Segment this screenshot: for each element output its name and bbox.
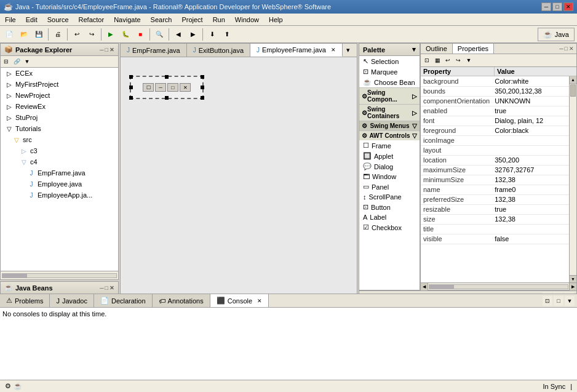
back-button[interactable]: ◀: [172, 28, 185, 41]
minimize-button[interactable]: ─: [541, 2, 551, 11]
prop-btn1[interactable]: ⊡: [422, 55, 432, 65]
jb-maximize-icon[interactable]: □: [105, 285, 108, 291]
prop-maximize-icon[interactable]: □: [565, 46, 568, 52]
pe-scrollbar-h[interactable]: [2, 273, 117, 278]
palette-section-awt[interactable]: ⚙ AWT Controls ▽: [359, 130, 420, 140]
print-button[interactable]: 🖨: [51, 28, 65, 41]
package-tree[interactable]: ▷ ECEx ▷ MyFirstProject ▷ NewProject ▷ R…: [1, 68, 118, 271]
console-btn3[interactable]: ▼: [565, 296, 575, 306]
tree-item-tutorials[interactable]: ▽ Tutorials: [1, 123, 118, 134]
prop-btn2[interactable]: ▦: [432, 55, 442, 65]
redo-button[interactable]: ↪: [85, 28, 98, 41]
menu-navigate[interactable]: Navigate: [109, 15, 145, 25]
tab-empframe[interactable]: J EmpFrame.java: [121, 44, 187, 57]
tab-console[interactable]: ⬛ Console ✕: [210, 294, 269, 307]
close-button[interactable]: ✕: [563, 2, 573, 11]
table-row[interactable]: foreground Color:black: [421, 126, 569, 135]
menu-search[interactable]: Search: [146, 15, 177, 25]
table-row[interactable]: layout: [421, 145, 569, 155]
tab-declaration[interactable]: 📄 Declaration: [94, 294, 153, 307]
tab-annotations[interactable]: 🏷 Annotations: [153, 294, 210, 307]
table-row[interactable]: iconImage: [421, 135, 569, 145]
table-row[interactable]: componentOrientation UNKNOWN: [421, 96, 569, 106]
tree-item-ecex[interactable]: ▷ ECEx: [1, 68, 118, 79]
tree-item-newproject[interactable]: ▷ NewProject: [1, 90, 118, 101]
props-scrollbar-h[interactable]: ◀ ▶: [421, 282, 576, 290]
menu-help[interactable]: Help: [264, 15, 288, 25]
handle-tl[interactable]: [129, 75, 133, 79]
prev-annot-button[interactable]: ⬆: [220, 28, 234, 41]
debug-button[interactable]: 🐛: [119, 28, 132, 41]
table-row[interactable]: bounds 350,200,132,38: [421, 86, 569, 96]
tab-employeeframe[interactable]: J EmployeeFrame.java ✕: [250, 44, 343, 57]
handle-bm[interactable]: [165, 96, 169, 100]
palette-checkbox[interactable]: ☑ Checkbox: [359, 222, 420, 233]
tab-outline[interactable]: Outline: [421, 44, 453, 54]
table-row[interactable]: maximumSize 32767,32767: [421, 165, 569, 175]
menu-run[interactable]: Run: [208, 15, 230, 25]
scroll-right-icon[interactable]: ▶: [569, 283, 576, 290]
menu-refactor[interactable]: Refactor: [74, 15, 109, 25]
table-row[interactable]: size 132,38: [421, 214, 569, 224]
tree-item-src[interactable]: ▽ src: [1, 134, 118, 145]
table-row[interactable]: title: [421, 224, 569, 234]
menu-project[interactable]: Project: [177, 15, 207, 25]
console-close-icon[interactable]: ✕: [257, 298, 262, 304]
handle-br[interactable]: [201, 96, 204, 100]
palette-section-swing-containers[interactable]: ⚙ Swing Containers ▷: [359, 104, 420, 121]
scroll-down-icon[interactable]: ▼: [570, 275, 576, 282]
table-row[interactable]: enabled true: [421, 106, 569, 116]
palette-button[interactable]: ⊡ Button: [359, 202, 420, 212]
palette-choosebean[interactable]: ☕ Choose Bean: [359, 77, 420, 87]
tree-item-myfirstproject[interactable]: ▷ MyFirstProject: [1, 79, 118, 90]
prop-btn4[interactable]: ↪: [453, 55, 463, 65]
tree-item-employeeapp[interactable]: J EmployeeApp.ja...: [1, 190, 118, 201]
stop-button[interactable]: ■: [133, 28, 147, 41]
scroll-left-icon[interactable]: ◀: [421, 283, 428, 290]
pe-maximize-icon[interactable]: □: [105, 47, 108, 53]
palette-dialog[interactable]: 💬 Dialog: [359, 161, 420, 172]
forward-button[interactable]: ▶: [186, 28, 200, 41]
next-annot-button[interactable]: ⬇: [205, 28, 219, 41]
handle-bl[interactable]: [129, 96, 133, 100]
prop-btn3[interactable]: ↩: [443, 55, 453, 65]
tree-item-empframe[interactable]: J EmpFrame.java: [1, 167, 118, 178]
menu-edit[interactable]: Edit: [21, 15, 42, 25]
console-btn2[interactable]: □: [554, 296, 563, 306]
palette-selection[interactable]: ↖ Selection: [359, 56, 420, 66]
tree-item-employee[interactable]: J Employee.java: [1, 178, 118, 190]
tree-item-c4[interactable]: ▽ c4: [1, 156, 118, 167]
pe-minimize-icon[interactable]: ─: [100, 47, 103, 53]
handle-tr[interactable]: [201, 75, 204, 79]
prop-minimize-icon[interactable]: ─: [559, 46, 563, 52]
palette-scrollpane[interactable]: ↕ ScrollPane: [359, 192, 420, 202]
palette-window[interactable]: 🗔 Window: [359, 172, 420, 182]
table-row[interactable]: name frame0: [421, 185, 569, 194]
palette-applet[interactable]: 🔲 Applet: [359, 151, 420, 161]
palette-section-swing-menus[interactable]: ⚙ Swing Menus ▽: [359, 121, 420, 130]
tree-item-stuproj[interactable]: ▷ StuProj: [1, 112, 118, 123]
palette-section-swing-compon[interactable]: ⚙ Swing Compon... ▷: [359, 87, 420, 104]
table-row[interactable]: resizable true: [421, 204, 569, 214]
handle-tm[interactable]: [165, 75, 169, 79]
palette-label[interactable]: A Label: [359, 212, 420, 222]
tab-exitbutton[interactable]: J ExitButton.java: [187, 44, 250, 57]
tree-item-reviewex[interactable]: ▷ ReviewEx: [1, 101, 118, 112]
frame-widget[interactable]: ☐ ─ □ ✕: [130, 76, 204, 99]
tab-close-icon[interactable]: ✕: [331, 47, 336, 53]
menu-file[interactable]: File: [0, 15, 21, 25]
tab-properties[interactable]: Properties: [453, 44, 494, 54]
pe-link-editor-button[interactable]: 🔗: [12, 57, 22, 66]
java-perspective-button[interactable]: ☕ Java: [538, 28, 575, 41]
new-button[interactable]: 📄: [2, 28, 16, 41]
run-button[interactable]: ▶: [104, 28, 117, 41]
tab-problems[interactable]: ⚠ Problems: [0, 294, 50, 307]
tree-item-c3[interactable]: ▷ c3: [1, 145, 118, 156]
prop-close-icon[interactable]: ✕: [569, 46, 574, 52]
maximize-button[interactable]: □: [552, 2, 562, 11]
tab-overflow-button[interactable]: ▾: [343, 44, 354, 57]
palette-marquee[interactable]: ⊡ Marquee: [359, 66, 420, 77]
table-row[interactable]: preferredSize 132,38: [421, 194, 569, 204]
console-btn1[interactable]: ⊡: [543, 296, 552, 306]
tab-javadoc[interactable]: J Javadoc: [50, 294, 94, 307]
